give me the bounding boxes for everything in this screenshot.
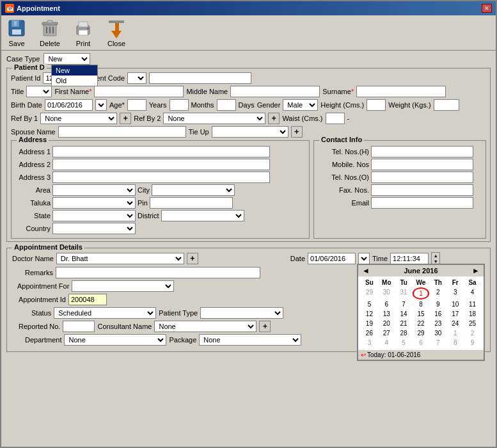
calendar-day-15[interactable]: 15 (413, 309, 430, 319)
calendar-day-1[interactable]: 1 (413, 287, 430, 300)
ref-by1-add-button[interactable]: + (120, 113, 131, 124)
patient-type-select[interactable] (200, 307, 283, 319)
calendar-day-19[interactable]: 19 (361, 319, 378, 328)
calendar-day-5[interactable]: 5 (361, 300, 378, 309)
fax-input[interactable] (371, 184, 473, 196)
delete-button[interactable]: Delete (40, 18, 60, 47)
calendar-day-9[interactable]: 9 (429, 300, 446, 309)
title-select[interactable] (26, 86, 52, 97)
calendar-day-3[interactable]: 3 (361, 338, 378, 348)
print-button[interactable]: Print (73, 18, 93, 47)
calendar-day-24[interactable]: 24 (446, 319, 464, 328)
consultant-add-button[interactable]: + (259, 321, 271, 332)
gender-select[interactable]: Male Female (283, 99, 318, 111)
tel-h-input[interactable] (371, 146, 473, 157)
package-select[interactable]: None (199, 334, 301, 346)
remarks-input[interactable] (56, 267, 260, 278)
calendar-day-8[interactable]: 8 (446, 338, 464, 348)
addr3-input[interactable] (52, 172, 270, 183)
height-input[interactable] (367, 99, 386, 111)
calendar-day-10[interactable]: 10 (446, 300, 464, 309)
calendar-day-6[interactable]: 6 (378, 300, 395, 309)
mobile-input[interactable] (371, 159, 473, 170)
save-button[interactable]: Save (6, 18, 27, 47)
calendar-day-21[interactable]: 21 (395, 319, 413, 328)
spouse-name-input[interactable] (58, 126, 186, 138)
tel-o-input[interactable] (371, 172, 473, 183)
calendar-day-9[interactable]: 9 (464, 338, 481, 348)
calendar-day-3[interactable]: 3 (446, 287, 464, 300)
calendar-day-6[interactable]: 6 (413, 338, 430, 348)
date-picker[interactable] (358, 253, 370, 264)
time-input[interactable] (390, 253, 429, 264)
years-input[interactable] (170, 99, 189, 111)
calendar-day-30[interactable]: 30 (378, 287, 395, 300)
weight-input[interactable] (434, 99, 459, 111)
department-select[interactable]: None (64, 334, 166, 346)
patient-code-input[interactable] (149, 72, 251, 84)
dropdown-old-item[interactable]: Old (52, 76, 97, 86)
cal-next-button[interactable]: ► (472, 266, 480, 275)
first-name-input[interactable] (94, 86, 184, 97)
pin-input[interactable] (150, 197, 233, 209)
doctor-select[interactable]: Dr. Bhatt (56, 253, 184, 264)
calendar-day-23[interactable]: 23 (429, 319, 446, 328)
calendar-day-4[interactable]: 4 (464, 287, 481, 300)
months-input[interactable] (217, 99, 236, 111)
cal-prev-button[interactable]: ◄ (362, 266, 370, 275)
status-select[interactable]: Scheduled (54, 307, 156, 319)
calendar-day-4[interactable]: 4 (378, 338, 395, 348)
taluka-select[interactable] (52, 197, 136, 209)
patient-code-select[interactable] (127, 72, 146, 84)
age-input[interactable] (127, 99, 146, 111)
district-select[interactable] (161, 210, 244, 221)
calendar-day-14[interactable]: 14 (395, 309, 413, 319)
calendar-day-11[interactable]: 11 (464, 300, 481, 309)
calendar-day-25[interactable]: 25 (464, 319, 481, 328)
area-select[interactable] (52, 184, 136, 196)
appt-id-input[interactable] (68, 294, 107, 305)
calendar-day-1[interactable]: 1 (446, 328, 464, 338)
calendar-day-20[interactable]: 20 (378, 319, 395, 328)
calendar-day-2[interactable]: 2 (429, 287, 446, 300)
calendar-day-8[interactable]: 8 (413, 300, 430, 309)
calendar-day-12[interactable]: 12 (361, 309, 378, 319)
calendar-day-2[interactable]: 2 (464, 328, 481, 338)
calendar-day-28[interactable]: 28 (395, 328, 413, 338)
case-type-select[interactable]: New Old (43, 53, 90, 65)
calendar-day-31[interactable]: 31 (395, 287, 413, 300)
doctor-add-button[interactable]: + (187, 253, 198, 264)
window-close-button[interactable]: ✕ (482, 4, 492, 13)
birth-date-input[interactable] (45, 99, 93, 111)
time-spinner[interactable]: ▲ ▼ (431, 252, 440, 265)
waist-input[interactable] (326, 113, 345, 124)
date-input[interactable] (308, 253, 356, 264)
calendar-day-18[interactable]: 18 (464, 309, 481, 319)
consultant-select[interactable]: None (154, 321, 256, 332)
addr2-input[interactable] (52, 159, 270, 170)
ref-by1-select[interactable]: None (40, 113, 117, 124)
email-input[interactable] (371, 197, 473, 209)
calendar-day-26[interactable]: 26 (361, 328, 378, 338)
country-select[interactable] (52, 223, 136, 234)
calendar-day-30[interactable]: 30 (429, 328, 446, 338)
calendar-day-22[interactable]: 22 (413, 319, 430, 328)
calendar-day-13[interactable]: 13 (378, 309, 395, 319)
ref-by2-select[interactable]: None (163, 113, 265, 124)
appt-for-select[interactable] (72, 280, 174, 292)
middle-name-input[interactable] (230, 86, 320, 97)
calendar-day-7[interactable]: 7 (429, 338, 446, 348)
tie-up-add-button[interactable]: + (291, 126, 303, 138)
tie-up-select[interactable] (212, 126, 288, 138)
calendar-day-29[interactable]: 29 (361, 287, 378, 300)
ref-by2-add-button[interactable]: + (268, 113, 280, 124)
city-select[interactable] (152, 184, 235, 196)
addr1-input[interactable] (52, 146, 270, 157)
calendar-day-5[interactable]: 5 (395, 338, 413, 348)
reported-input[interactable] (63, 321, 95, 332)
calendar-day-17[interactable]: 17 (446, 309, 464, 319)
birth-date-picker[interactable] (95, 99, 107, 111)
surname-input[interactable] (356, 86, 446, 97)
time-up-button[interactable]: ▲ (432, 253, 439, 259)
calendar-day-29[interactable]: 29 (413, 328, 430, 338)
